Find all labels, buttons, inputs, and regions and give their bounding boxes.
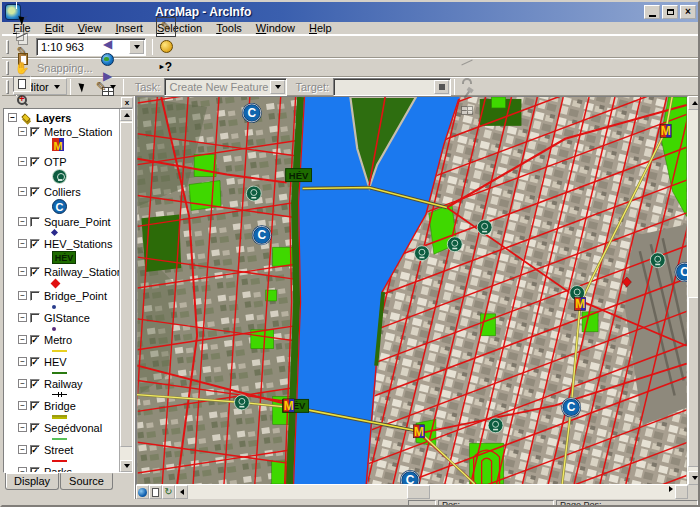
close-button[interactable]: ×	[680, 5, 696, 19]
snapping-button[interactable]: Snapping...	[37, 62, 93, 74]
expand-icon[interactable]: −	[18, 217, 27, 226]
map-scroll-up-button[interactable]	[688, 96, 700, 110]
arccatalog-button[interactable]	[156, 37, 176, 57]
layer-symbol[interactable]	[6, 390, 119, 399]
expand-icon[interactable]: −	[18, 187, 27, 196]
fixed-zoom-button[interactable]	[13, 76, 31, 92]
layer-label[interactable]: Segédvonal	[44, 422, 102, 434]
layer-label[interactable]: Street	[44, 444, 73, 456]
layer-symbol[interactable]	[6, 278, 119, 289]
layer-symbol[interactable]	[6, 412, 119, 421]
layer-label[interactable]: GIStance	[44, 312, 90, 324]
menu-edit[interactable]: Edit	[38, 22, 71, 34]
expand-icon[interactable]: −	[18, 127, 27, 136]
toc-scroll-thumb[interactable]	[120, 122, 133, 447]
layer-checkbox[interactable]: ✓	[30, 239, 40, 249]
task-dropdown-button[interactable]	[270, 80, 285, 94]
layer-symbol[interactable]: C	[6, 198, 119, 215]
layout-view-button[interactable]	[149, 485, 162, 499]
refresh-view-button[interactable]: ↻	[162, 485, 175, 499]
layer-checkbox[interactable]: ✓	[30, 379, 40, 389]
expand-icon[interactable]: −	[18, 335, 27, 344]
layer-symbol[interactable]	[6, 346, 119, 355]
back-button[interactable]: ◀	[99, 36, 117, 52]
expand-icon[interactable]: −	[18, 239, 27, 248]
create-line-button[interactable]	[458, 55, 476, 71]
layer-checkbox[interactable]	[30, 291, 40, 301]
layer-checkbox[interactable]: ✓	[30, 445, 40, 455]
map-horizontal-scrollbar[interactable]: ↻	[136, 485, 700, 499]
toolbar-grip[interactable]	[6, 40, 9, 54]
layer-symbol[interactable]: M	[6, 138, 119, 155]
select-features-button[interactable]	[13, 12, 31, 28]
expand-icon[interactable]: −	[8, 113, 17, 122]
layer-label[interactable]: HEV	[44, 356, 67, 368]
toc-close-button[interactable]: x	[121, 97, 133, 108]
layer-symbol[interactable]	[6, 456, 119, 465]
layer-label[interactable]: Railway	[44, 378, 83, 390]
layer-checkbox[interactable]: ✓	[30, 357, 40, 367]
measure-button[interactable]	[13, 28, 31, 44]
menu-window[interactable]: Window	[249, 22, 302, 34]
menu-help[interactable]: Help	[302, 22, 339, 34]
map-scroll-right-button[interactable]	[675, 485, 688, 499]
layer-symbol[interactable]	[6, 368, 119, 377]
expand-icon[interactable]: −	[18, 379, 27, 388]
layer-symbol[interactable]	[6, 302, 119, 311]
layer-checkbox[interactable]	[30, 313, 40, 323]
layer-label[interactable]: Railway_Station	[44, 266, 119, 278]
layer-label[interactable]: Bridge	[44, 400, 76, 412]
layer-symbol[interactable]	[6, 324, 119, 333]
layer-checkbox[interactable]: ✓	[30, 267, 40, 277]
pushpin-button[interactable]	[458, 87, 476, 103]
map-vertical-scrollbar[interactable]	[688, 96, 700, 485]
expand-icon[interactable]: −	[18, 445, 27, 454]
layer-label[interactable]: Colliers	[44, 186, 81, 198]
title-bar[interactable]: ArcMap - ArcInfo ×	[2, 2, 698, 22]
menu-view[interactable]: View	[71, 22, 109, 34]
data-view-button[interactable]	[136, 485, 149, 499]
layer-label[interactable]: Metro_Station	[44, 126, 112, 138]
menu-tools[interactable]: Tools	[209, 22, 249, 34]
minimize-button[interactable]	[644, 5, 660, 19]
layer-symbol[interactable]	[6, 434, 119, 443]
pan-button[interactable]: ✋	[13, 60, 31, 76]
task-combobox[interactable]: Create New Feature	[164, 78, 287, 96]
layer-label[interactable]: Bridge_Point	[44, 290, 107, 302]
layer-checkbox[interactable]: ✓	[30, 335, 40, 345]
scale-combobox[interactable]: 1:10 963	[36, 38, 146, 56]
restore-button[interactable]	[662, 5, 678, 19]
layer-checkbox[interactable]: ✓	[30, 157, 40, 167]
layer-label[interactable]: Metro	[44, 334, 72, 346]
whats-this-help-button[interactable]: ?	[156, 57, 176, 77]
layer-label[interactable]: Square_Point	[44, 216, 111, 228]
layer-label[interactable]: OTP	[44, 156, 67, 168]
map-vscroll-thumb[interactable]	[688, 297, 700, 467]
layer-symbol[interactable]	[6, 168, 119, 185]
layer-checkbox[interactable]: ✓	[30, 401, 40, 411]
layer-checkbox[interactable]	[30, 217, 40, 227]
tab-source[interactable]: Source	[60, 473, 113, 490]
layer-checkbox[interactable]: ✓	[30, 467, 40, 473]
toc-scroll-down-button[interactable]	[120, 460, 133, 472]
layer-checkbox[interactable]: ✓	[30, 423, 40, 433]
target-combobox[interactable]	[333, 78, 451, 96]
toc-scrollbar[interactable]	[119, 109, 132, 472]
zoom-in-button[interactable]: +	[13, 92, 31, 108]
map-hscroll-thumb[interactable]	[407, 485, 430, 499]
layer-label[interactable]: Parks	[44, 466, 72, 473]
expand-icon[interactable]: −	[18, 267, 27, 276]
expand-icon[interactable]: −	[18, 467, 27, 472]
target-browse-button[interactable]	[434, 80, 449, 94]
toc-scroll-up-button[interactable]	[120, 109, 133, 121]
toolbar-grip[interactable]	[6, 80, 9, 94]
toolbar-grip[interactable]	[6, 61, 9, 75]
scale-dropdown-button[interactable]	[129, 40, 144, 54]
menu-insert[interactable]: Insert	[108, 22, 150, 34]
full-extent-button[interactable]	[99, 52, 117, 68]
tab-display[interactable]: Display	[5, 472, 59, 490]
map-scroll-left-button[interactable]	[175, 485, 188, 499]
layer-checkbox[interactable]: ✓	[30, 187, 40, 197]
layer-symbol[interactable]	[6, 228, 119, 237]
draw-sketch-button[interactable]: ✎	[13, 44, 31, 60]
